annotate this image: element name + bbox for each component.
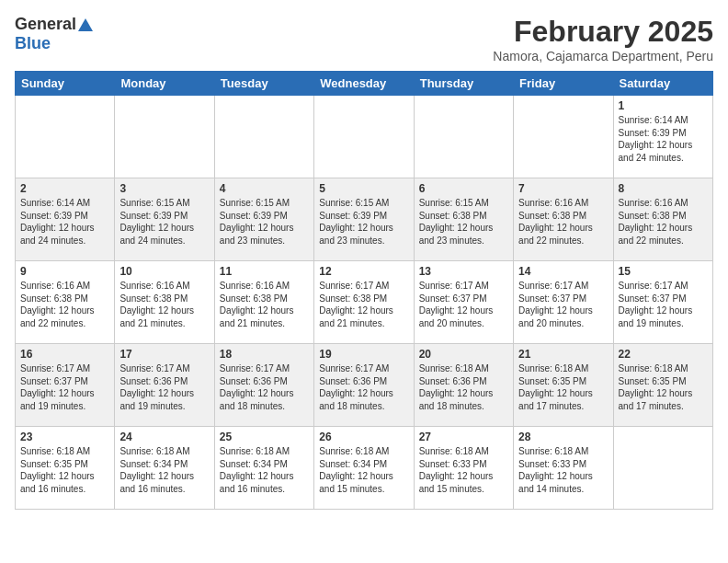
day-number: 14 xyxy=(518,265,608,278)
day-number: 4 xyxy=(220,182,309,195)
calendar-day-cell: 13Sunrise: 6:17 AM Sunset: 6:37 PM Dayli… xyxy=(414,261,513,344)
day-info: Sunrise: 6:14 AM Sunset: 6:39 PM Dayligh… xyxy=(619,114,708,164)
day-number: 10 xyxy=(119,265,209,278)
day-info: Sunrise: 6:15 AM Sunset: 6:38 PM Dayligh… xyxy=(419,197,508,247)
day-info: Sunrise: 6:16 AM Sunset: 6:38 PM Dayligh… xyxy=(119,280,209,329)
calendar-day-cell xyxy=(16,96,115,178)
day-number: 16 xyxy=(20,348,109,361)
logo-blue-text: Blue xyxy=(15,34,51,53)
header: General Blue February 2025 Namora, Cajam… xyxy=(15,15,713,63)
calendar-day-cell xyxy=(214,96,313,178)
day-info: Sunrise: 6:18 AM Sunset: 6:34 PM Dayligh… xyxy=(119,445,209,495)
day-number: 18 xyxy=(220,348,309,361)
day-info: Sunrise: 6:18 AM Sunset: 6:33 PM Dayligh… xyxy=(518,445,608,495)
day-number: 20 xyxy=(419,348,508,361)
day-info: Sunrise: 6:17 AM Sunset: 6:37 PM Dayligh… xyxy=(20,362,109,412)
calendar-day-cell: 20Sunrise: 6:18 AM Sunset: 6:36 PM Dayli… xyxy=(414,344,513,427)
calendar-day-cell: 16Sunrise: 6:17 AM Sunset: 6:37 PM Dayli… xyxy=(16,344,115,427)
day-info: Sunrise: 6:18 AM Sunset: 6:35 PM Dayligh… xyxy=(619,362,708,412)
calendar-day-cell: 5Sunrise: 6:15 AM Sunset: 6:39 PM Daylig… xyxy=(314,178,414,261)
day-number: 12 xyxy=(319,265,408,278)
day-info: Sunrise: 6:17 AM Sunset: 6:37 PM Dayligh… xyxy=(619,280,708,329)
calendar-header: SundayMondayTuesdayWednesdayThursdayFrid… xyxy=(16,72,713,96)
day-info: Sunrise: 6:17 AM Sunset: 6:37 PM Dayligh… xyxy=(518,280,608,329)
calendar-week-row: 16Sunrise: 6:17 AM Sunset: 6:37 PM Dayli… xyxy=(16,344,713,427)
calendar-day-cell: 11Sunrise: 6:16 AM Sunset: 6:38 PM Dayli… xyxy=(214,261,313,344)
day-info: Sunrise: 6:17 AM Sunset: 6:36 PM Dayligh… xyxy=(119,362,209,412)
calendar-day-cell: 10Sunrise: 6:16 AM Sunset: 6:38 PM Dayli… xyxy=(115,261,214,344)
day-number: 3 xyxy=(119,182,209,195)
day-info: Sunrise: 6:18 AM Sunset: 6:34 PM Dayligh… xyxy=(319,445,408,495)
calendar-day-cell: 27Sunrise: 6:18 AM Sunset: 6:33 PM Dayli… xyxy=(414,427,513,510)
day-number: 5 xyxy=(319,182,408,195)
day-number: 28 xyxy=(518,431,608,443)
day-number: 22 xyxy=(619,348,708,361)
weekday-header-friday: Friday xyxy=(514,72,613,96)
logo-general-text: General xyxy=(15,15,76,34)
day-number: 19 xyxy=(319,348,408,361)
weekday-header-saturday: Saturday xyxy=(613,72,712,96)
calendar-day-cell: 14Sunrise: 6:17 AM Sunset: 6:37 PM Dayli… xyxy=(514,261,613,344)
day-info: Sunrise: 6:14 AM Sunset: 6:39 PM Dayligh… xyxy=(20,197,109,247)
day-info: Sunrise: 6:18 AM Sunset: 6:36 PM Dayligh… xyxy=(419,362,508,412)
day-info: Sunrise: 6:17 AM Sunset: 6:36 PM Dayligh… xyxy=(220,362,309,412)
calendar-title: February 2025 xyxy=(493,15,713,49)
day-number: 11 xyxy=(220,265,309,278)
day-info: Sunrise: 6:16 AM Sunset: 6:38 PM Dayligh… xyxy=(518,197,608,247)
day-number: 21 xyxy=(518,348,608,361)
day-number: 26 xyxy=(319,431,408,443)
day-info: Sunrise: 6:15 AM Sunset: 6:39 PM Dayligh… xyxy=(119,197,209,247)
calendar-day-cell: 3Sunrise: 6:15 AM Sunset: 6:39 PM Daylig… xyxy=(115,178,214,261)
calendar-day-cell xyxy=(115,96,214,178)
day-info: Sunrise: 6:16 AM Sunset: 6:38 PM Dayligh… xyxy=(220,280,309,329)
weekday-header-monday: Monday xyxy=(115,72,214,96)
day-number: 1 xyxy=(619,99,708,112)
calendar-subtitle: Namora, Cajamarca Department, Peru xyxy=(493,49,713,63)
day-number: 24 xyxy=(119,431,209,443)
logo: General Blue xyxy=(15,15,93,53)
day-info: Sunrise: 6:18 AM Sunset: 6:35 PM Dayligh… xyxy=(20,445,109,495)
calendar-table: SundayMondayTuesdayWednesdayThursdayFrid… xyxy=(15,71,713,510)
day-number: 8 xyxy=(619,182,708,195)
calendar-day-cell: 28Sunrise: 6:18 AM Sunset: 6:33 PM Dayli… xyxy=(514,427,613,510)
calendar-day-cell: 9Sunrise: 6:16 AM Sunset: 6:38 PM Daylig… xyxy=(16,261,115,344)
day-number: 9 xyxy=(20,265,109,278)
day-number: 13 xyxy=(419,265,508,278)
calendar-day-cell xyxy=(414,96,513,178)
day-info: Sunrise: 6:15 AM Sunset: 6:39 PM Dayligh… xyxy=(220,197,309,247)
calendar-day-cell: 19Sunrise: 6:17 AM Sunset: 6:36 PM Dayli… xyxy=(314,344,414,427)
title-section: February 2025 Namora, Cajamarca Departme… xyxy=(493,15,713,63)
calendar-day-cell: 23Sunrise: 6:18 AM Sunset: 6:35 PM Dayli… xyxy=(16,427,115,510)
weekday-header-sunday: Sunday xyxy=(16,72,115,96)
day-number: 15 xyxy=(619,265,708,278)
logo-triangle-icon xyxy=(78,18,93,31)
calendar-day-cell xyxy=(314,96,414,178)
calendar-day-cell: 17Sunrise: 6:17 AM Sunset: 6:36 PM Dayli… xyxy=(115,344,214,427)
calendar-day-cell xyxy=(514,96,613,178)
calendar-day-cell: 8Sunrise: 6:16 AM Sunset: 6:38 PM Daylig… xyxy=(613,178,712,261)
calendar-week-row: 9Sunrise: 6:16 AM Sunset: 6:38 PM Daylig… xyxy=(16,261,713,344)
day-number: 7 xyxy=(518,182,608,195)
day-info: Sunrise: 6:17 AM Sunset: 6:37 PM Dayligh… xyxy=(419,280,508,329)
calendar-day-cell: 7Sunrise: 6:16 AM Sunset: 6:38 PM Daylig… xyxy=(514,178,613,261)
day-info: Sunrise: 6:17 AM Sunset: 6:36 PM Dayligh… xyxy=(319,362,408,412)
day-info: Sunrise: 6:17 AM Sunset: 6:38 PM Dayligh… xyxy=(319,280,408,329)
day-number: 6 xyxy=(419,182,508,195)
calendar-day-cell: 21Sunrise: 6:18 AM Sunset: 6:35 PM Dayli… xyxy=(514,344,613,427)
calendar-day-cell: 24Sunrise: 6:18 AM Sunset: 6:34 PM Dayli… xyxy=(115,427,214,510)
weekday-header-tuesday: Tuesday xyxy=(214,72,313,96)
day-info: Sunrise: 6:16 AM Sunset: 6:38 PM Dayligh… xyxy=(20,280,109,329)
calendar-day-cell: 25Sunrise: 6:18 AM Sunset: 6:34 PM Dayli… xyxy=(214,427,313,510)
day-info: Sunrise: 6:18 AM Sunset: 6:35 PM Dayligh… xyxy=(518,362,608,412)
calendar-day-cell: 4Sunrise: 6:15 AM Sunset: 6:39 PM Daylig… xyxy=(214,178,313,261)
calendar-week-row: 1Sunrise: 6:14 AM Sunset: 6:39 PM Daylig… xyxy=(16,96,713,178)
calendar-day-cell: 18Sunrise: 6:17 AM Sunset: 6:36 PM Dayli… xyxy=(214,344,313,427)
calendar-week-row: 2Sunrise: 6:14 AM Sunset: 6:39 PM Daylig… xyxy=(16,178,713,261)
calendar-day-cell: 1Sunrise: 6:14 AM Sunset: 6:39 PM Daylig… xyxy=(613,96,712,178)
day-number: 2 xyxy=(20,182,109,195)
day-info: Sunrise: 6:18 AM Sunset: 6:33 PM Dayligh… xyxy=(419,445,508,495)
calendar-day-cell: 2Sunrise: 6:14 AM Sunset: 6:39 PM Daylig… xyxy=(16,178,115,261)
day-info: Sunrise: 6:18 AM Sunset: 6:34 PM Dayligh… xyxy=(220,445,309,495)
calendar-day-cell xyxy=(613,427,712,510)
calendar-day-cell: 15Sunrise: 6:17 AM Sunset: 6:37 PM Dayli… xyxy=(613,261,712,344)
